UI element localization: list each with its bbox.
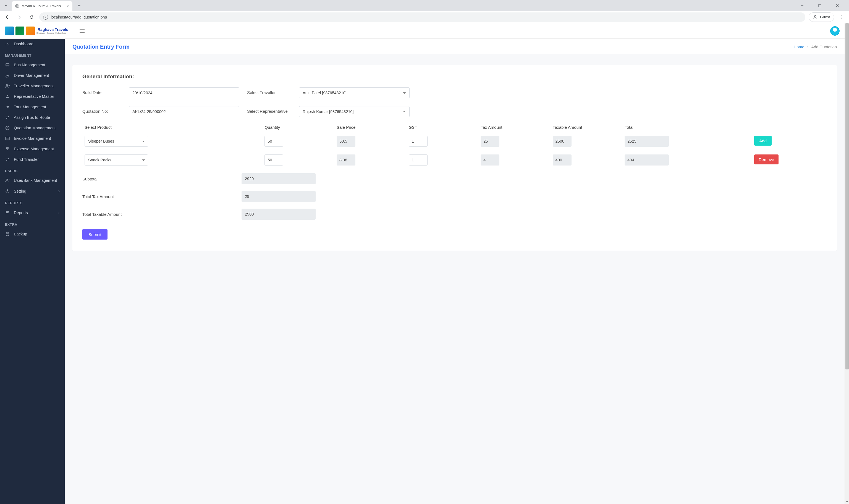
user-avatar[interactable]: [830, 26, 839, 36]
sidebar-label: Fund Transfer: [14, 157, 39, 162]
qty-input[interactable]: [265, 136, 283, 147]
svg-point-10: [7, 95, 8, 96]
window-maximize-button[interactable]: [814, 1, 826, 10]
tab-close-icon[interactable]: ×: [67, 4, 69, 8]
remove-row-button[interactable]: Remove: [754, 155, 778, 164]
guest-label: Guest: [820, 15, 830, 19]
chevron-right-icon: ›: [807, 45, 808, 49]
svg-point-3: [814, 16, 816, 17]
sidebar-item-reports[interactable]: Reports: [0, 207, 65, 218]
sidebar-label: Reports: [14, 211, 28, 215]
breadcrumb-current: Add Quotation: [811, 45, 837, 49]
nav-back-button[interactable]: [3, 13, 12, 21]
sidebar-item-setting[interactable]: Setting: [0, 186, 65, 197]
sidebar-label: Expense Management: [14, 147, 54, 151]
vertical-scrollbar[interactable]: ▲ ▼: [845, 23, 849, 504]
th-qty: Quantity: [262, 122, 335, 133]
tax-readonly: [481, 136, 500, 147]
sidebar-item-invoice[interactable]: Invoice Management: [0, 133, 65, 144]
add-row-button[interactable]: Add: [754, 136, 772, 146]
window-minimize-button[interactable]: [796, 1, 808, 10]
submit-button[interactable]: Submit: [83, 229, 108, 239]
sidebar-item-backup[interactable]: Backup: [0, 229, 65, 239]
sidebar-item-bus[interactable]: Bus Management: [0, 60, 65, 70]
svg-point-14: [6, 179, 8, 180]
breadcrumb-home[interactable]: Home: [794, 45, 805, 49]
build-date-input[interactable]: [129, 87, 239, 98]
gear-icon: [5, 189, 10, 194]
sidebar-item-dashboard[interactable]: Dashboard: [0, 39, 65, 49]
scroll-thumb[interactable]: [845, 23, 849, 370]
product-table: Select Product Quantity Sale Price GST T…: [83, 122, 827, 171]
sidebar-item-userbank[interactable]: User/Bank Management: [0, 175, 65, 186]
total-tax-value: [241, 191, 315, 202]
sidebar-toggle-button[interactable]: [79, 29, 85, 33]
logo-tile-2: [16, 26, 24, 35]
th-taxable: Taxable Amount: [550, 122, 622, 133]
svg-point-9: [6, 85, 8, 86]
table-row: Snack Packs Remove: [83, 152, 827, 171]
traveller-select[interactable]: Amit Patel [9876543210]: [299, 87, 410, 98]
tab-list-dropdown[interactable]: [2, 2, 10, 10]
address-bar[interactable]: i localhost/tour/add_quotation.php: [39, 13, 805, 22]
gst-input[interactable]: [409, 155, 428, 165]
wheelchair-icon: [5, 73, 10, 78]
user-plus-icon: [5, 179, 10, 182]
sidebar-label: User/Bank Management: [14, 178, 57, 183]
sidebar-item-fund[interactable]: Fund Transfer: [0, 154, 65, 165]
browser-tab[interactable]: Mayuri K. Tours & Travels ×: [12, 1, 72, 11]
sale-readonly: [337, 136, 356, 147]
user-plus-icon: [5, 84, 10, 88]
th-total: Total: [622, 122, 752, 133]
sidebar-section-reports: REPORTS: [0, 197, 65, 207]
tab-title: Mayuri K. Tours & Travels: [21, 4, 65, 8]
bus-icon: [5, 63, 10, 67]
nav-forward-button[interactable]: [15, 13, 24, 21]
page-title: Quotation Entry Form: [72, 44, 130, 50]
subtotal-value: [241, 173, 315, 184]
window-close-button[interactable]: [831, 1, 844, 10]
total-readonly: [625, 155, 669, 165]
sidebar-item-quotation[interactable]: Quotation Management: [0, 123, 65, 133]
new-tab-button[interactable]: +: [75, 2, 83, 10]
product-select[interactable]: Sleeper Buses: [85, 136, 148, 147]
total-taxable-label: Total Taxable Amount: [83, 212, 241, 217]
browser-chrome: Mayuri K. Tours & Travels × + i localhos…: [0, 0, 849, 23]
sidebar-item-traveller[interactable]: Traveller Management: [0, 81, 65, 91]
site-info-icon[interactable]: i: [43, 15, 48, 20]
sidebar-label: Dashboard: [14, 42, 33, 46]
total-readonly: [625, 136, 669, 147]
user-icon: [5, 94, 10, 98]
brand-tagline: Discover | Explore | Adventure: [36, 32, 68, 34]
sidebar-label: Tour Management: [14, 105, 46, 109]
taxable-readonly: [553, 136, 572, 147]
person-icon: [813, 15, 818, 20]
gst-input[interactable]: [409, 136, 428, 147]
sidebar-section-management: MANAGEMENT: [0, 49, 65, 60]
taxable-readonly: [553, 155, 572, 165]
sidebar: Dashboard MANAGEMENT Bus Management Driv…: [0, 39, 65, 504]
sidebar-item-assign-bus[interactable]: Assign Bus to Route: [0, 112, 65, 123]
svg-point-5: [6, 66, 7, 67]
brand-logo[interactable]: Raghava Travels Discover | Explore | Adv…: [5, 26, 68, 35]
product-select[interactable]: Snack Packs: [85, 155, 148, 165]
scroll-down-icon[interactable]: ▼: [845, 500, 849, 504]
quotation-no-input[interactable]: [129, 106, 239, 117]
browser-menu-button[interactable]: ⋮: [837, 13, 846, 21]
sidebar-item-rep-master[interactable]: Representative Master: [0, 91, 65, 102]
label-quotation-no: Quotation No:: [83, 106, 121, 113]
sidebar-item-tour[interactable]: Tour Management: [0, 102, 65, 112]
representative-select[interactable]: Rajesh Kumar [9876543210]: [299, 106, 410, 117]
sidebar-label: Driver Management: [14, 73, 49, 78]
sidebar-item-expense[interactable]: Expense Management: [0, 144, 65, 154]
profile-guest-button[interactable]: Guest: [809, 13, 834, 22]
flag-icon: [5, 211, 10, 215]
qty-input[interactable]: [265, 155, 283, 165]
database-icon: [5, 232, 10, 236]
brand-name: Raghava Travels: [38, 28, 68, 32]
nav-reload-button[interactable]: [27, 13, 36, 21]
sidebar-item-driver[interactable]: Driver Management: [0, 70, 65, 81]
main-content: Quotation Entry Form Home › Add Quotatio…: [65, 39, 845, 504]
svg-point-7: [7, 74, 7, 75]
total-taxable-value: [241, 209, 315, 220]
